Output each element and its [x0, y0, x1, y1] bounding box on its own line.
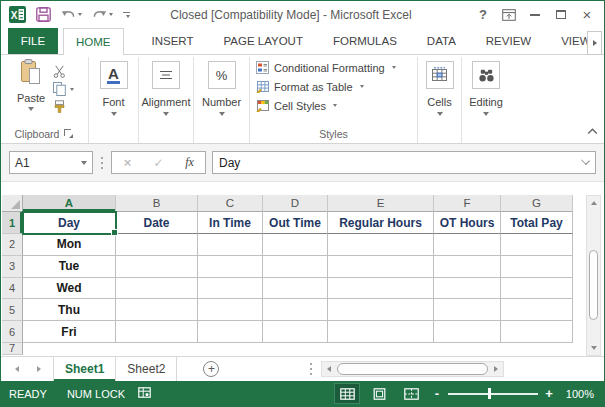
cell-e1[interactable]: Regular Hours — [328, 212, 434, 234]
cell-a4[interactable]: Wed — [23, 278, 116, 300]
undo-button[interactable] — [61, 9, 82, 21]
formula-input[interactable]: Day — [212, 151, 596, 174]
cell-a2[interactable]: Mon — [23, 234, 116, 256]
number-group[interactable]: % Number — [194, 57, 250, 143]
redo-dropdown-icon[interactable] — [109, 13, 113, 16]
cell-e3[interactable] — [328, 256, 434, 278]
close-button[interactable]: × — [574, 4, 600, 26]
tab-data[interactable]: DATA — [425, 28, 458, 54]
cell-a1-selected[interactable]: Day — [23, 212, 116, 234]
row-header-3[interactable]: 3 — [2, 256, 23, 278]
cell-b5[interactable] — [116, 299, 198, 321]
font-group[interactable]: A Font — [89, 57, 139, 143]
cell-f5[interactable] — [434, 299, 501, 321]
cell-e5[interactable] — [328, 299, 434, 321]
save-icon[interactable] — [36, 7, 51, 22]
row-header-4[interactable]: 4 — [2, 278, 23, 300]
page-layout-view-button[interactable] — [366, 383, 392, 404]
normal-view-button[interactable] — [334, 383, 360, 404]
column-header-a[interactable]: A — [23, 195, 116, 212]
zoom-in-button[interactable]: + — [542, 386, 556, 401]
horizontal-scrollbar-thumb[interactable] — [337, 363, 488, 375]
zoom-level[interactable]: 100% — [556, 388, 604, 400]
sheet-nav-left-icon[interactable] — [15, 366, 19, 372]
column-header-g[interactable]: G — [501, 195, 573, 212]
format-painter-button[interactable] — [53, 100, 74, 114]
zoom-slider-thumb[interactable] — [488, 388, 491, 399]
horizontal-scrollbar[interactable] — [321, 361, 504, 377]
cell-a3[interactable]: Tue — [23, 256, 116, 278]
tab-file[interactable]: FILE — [8, 28, 58, 54]
editing-group[interactable]: Editing — [462, 57, 510, 143]
collapse-ribbon-button[interactable] — [587, 121, 598, 139]
name-box[interactable]: A1 — [9, 151, 93, 174]
cell-e6[interactable] — [328, 321, 434, 343]
cell-g1[interactable]: Total Pay — [501, 212, 573, 234]
row-header-2[interactable]: 2 — [2, 234, 23, 256]
cell-styles-button[interactable]: Cell Styles — [256, 98, 417, 113]
conditional-formatting-button[interactable]: Conditional Formatting — [256, 60, 417, 75]
insert-function-icon[interactable]: fx — [174, 155, 205, 170]
sheet-nav-right-icon[interactable] — [37, 366, 41, 372]
tab-formulas[interactable]: FORMULAS — [331, 28, 399, 54]
cell-d6[interactable] — [263, 321, 328, 343]
scroll-up-icon[interactable] — [587, 196, 600, 210]
cell-b3[interactable] — [116, 256, 198, 278]
cell-f6[interactable] — [434, 321, 501, 343]
cell-f1[interactable]: OT Hours — [434, 212, 501, 234]
copy-button[interactable] — [53, 82, 74, 96]
row-header-6[interactable]: 6 — [2, 321, 23, 343]
paste-button[interactable]: Paste — [17, 59, 45, 111]
cell-d4[interactable] — [263, 278, 328, 300]
cell-c2[interactable] — [198, 234, 263, 256]
cell-g3[interactable] — [501, 256, 573, 278]
cells-group[interactable]: Cells — [418, 57, 462, 143]
cell-g5[interactable] — [501, 299, 573, 321]
customize-qat-button[interactable] — [123, 12, 130, 18]
cut-button[interactable] — [53, 64, 74, 78]
sheet-tab-sheet1[interactable]: Sheet1 — [53, 357, 116, 381]
undo-dropdown-icon[interactable] — [78, 13, 82, 16]
cell-g4[interactable] — [501, 278, 573, 300]
cell-b4[interactable] — [116, 278, 198, 300]
cell-b1[interactable]: Date — [116, 212, 198, 234]
zoom-slider[interactable] — [448, 393, 538, 395]
scroll-right-icon[interactable] — [489, 366, 503, 372]
cell-a5[interactable]: Thu — [23, 299, 116, 321]
cell-f3[interactable] — [434, 256, 501, 278]
cell-g2[interactable] — [501, 234, 573, 256]
select-all-corner[interactable] — [2, 195, 23, 212]
ribbon-display-options-button[interactable] — [496, 4, 522, 26]
cell-c6[interactable] — [198, 321, 263, 343]
enter-icon[interactable]: ✓ — [143, 156, 174, 170]
row-header-5[interactable]: 5 — [2, 299, 23, 321]
cell-g6[interactable] — [501, 321, 573, 343]
tab-page-layout[interactable]: PAGE LAYOUT — [221, 28, 304, 54]
redo-button[interactable] — [92, 9, 113, 21]
macro-record-icon[interactable] — [138, 387, 151, 400]
minimize-button[interactable] — [522, 4, 548, 26]
alignment-group[interactable]: Alignment — [139, 57, 194, 143]
cell-b6[interactable] — [116, 321, 198, 343]
new-sheet-button[interactable]: + — [203, 361, 219, 377]
cell-f4[interactable] — [434, 278, 501, 300]
cancel-icon[interactable]: × — [112, 155, 143, 170]
tab-scroll-right-button[interactable] — [587, 31, 602, 55]
tab-insert[interactable]: INSERT — [150, 28, 196, 54]
scroll-down-icon[interactable] — [587, 341, 600, 355]
cell-c3[interactable] — [198, 256, 263, 278]
sheet-tab-sheet2[interactable]: Sheet2 — [116, 357, 177, 381]
formula-bar-splitter[interactable] — [101, 157, 103, 169]
page-break-view-button[interactable] — [398, 383, 424, 404]
expand-formula-bar-icon[interactable] — [581, 156, 590, 165]
help-button[interactable]: ? — [470, 4, 496, 26]
column-header-f[interactable]: F — [434, 195, 501, 212]
vertical-scrollbar[interactable] — [586, 195, 601, 356]
cell-f2[interactable] — [434, 234, 501, 256]
cell-c5[interactable] — [198, 299, 263, 321]
row-header-7[interactable]: 7 — [2, 343, 23, 355]
sheet-bar-splitter[interactable] — [310, 363, 312, 375]
column-header-b[interactable]: B — [116, 195, 198, 212]
zoom-out-button[interactable]: - — [430, 386, 444, 401]
empty-row-7[interactable] — [23, 343, 573, 355]
